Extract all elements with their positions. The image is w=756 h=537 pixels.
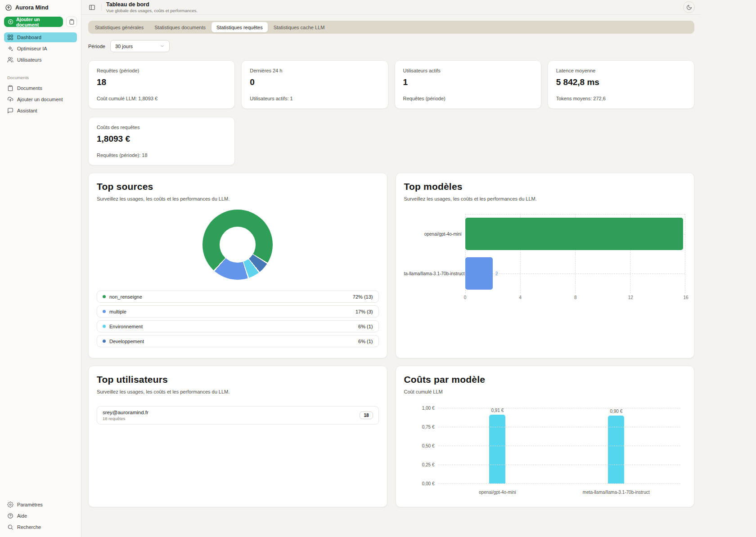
clipboard-button[interactable] bbox=[66, 17, 77, 27]
clipboard-icon bbox=[69, 19, 75, 25]
user-badge: 18 bbox=[360, 412, 373, 419]
hbar-row: ta-llama/llama-3.1-70b-instruct 2 bbox=[404, 254, 686, 293]
app-root: Aurora Mind Ajouter un document Dashboar… bbox=[0, 0, 756, 537]
legend-dot bbox=[103, 340, 106, 343]
sidebar-item-label: Dashboard bbox=[17, 35, 41, 40]
vbar-value-label: 0,91 € bbox=[491, 408, 504, 413]
hbar-category-label: openai/gpt-4o-mini bbox=[404, 232, 465, 237]
users-icon bbox=[7, 57, 14, 63]
stat-card-footer: Requêtes (période) bbox=[403, 96, 533, 101]
header: Tableau de bord Vue globale des usages, … bbox=[81, 0, 700, 15]
period-row: Période 30 jours bbox=[88, 40, 694, 52]
panel-title: Coûts par modèle bbox=[404, 374, 686, 385]
vbar-ylabels: 1,00 €0,75 €0,50 €0,25 €0,00 € bbox=[404, 408, 435, 483]
sidebar-item-dashboard[interactable]: Dashboard bbox=[4, 32, 77, 42]
sidebar-item-utilisateurs[interactable]: Utilisateurs bbox=[4, 55, 77, 65]
hbar-category-label: ta-llama/llama-3.1-70b-instruct bbox=[404, 271, 465, 276]
sidebar-item-aide[interactable]: Aide bbox=[4, 511, 77, 521]
panels-row-1: Top sources Surveillez les usages, les c… bbox=[88, 173, 694, 358]
message-square-icon bbox=[7, 107, 14, 114]
hbar-axis: 0481216 bbox=[465, 294, 686, 301]
sidebar-item-label: Optimiseur IA bbox=[17, 46, 47, 51]
stat-card-value: 1,8093 € bbox=[97, 134, 226, 144]
vbar-category-label: meta-llama/llama-3.1-70b-instruct bbox=[583, 490, 650, 495]
legend-label: Developpement bbox=[109, 339, 144, 344]
stat-card-footer: Utilisateurs actifs: 1 bbox=[250, 96, 379, 101]
panel-title: Top sources bbox=[97, 181, 379, 192]
period-value: 30 jours bbox=[115, 44, 133, 49]
search-icon bbox=[7, 524, 14, 530]
sidebar-item-documents[interactable]: Documents bbox=[4, 83, 77, 93]
legend-item-environnement[interactable]: Environnement 6% (1) bbox=[97, 320, 379, 332]
add-document-label: Ajouter un document bbox=[16, 17, 59, 27]
chevron-down-icon bbox=[160, 44, 165, 49]
vbar-axis-tick: 0,00 € bbox=[422, 481, 435, 486]
sidebar-item-optimiseur-ia[interactable]: Optimiseur IA bbox=[4, 44, 77, 54]
sidebar-item-label: Recherche bbox=[17, 524, 41, 530]
legend-value: 17% (3) bbox=[356, 309, 373, 314]
logo-icon bbox=[5, 4, 12, 11]
sidebar-item-parametres[interactable]: Paramètres bbox=[4, 500, 77, 510]
hbar-bar bbox=[465, 218, 684, 250]
legend-dot bbox=[103, 325, 106, 328]
stat-card-dernieres-24h: Dernières 24 h 0 Utilisateurs actifs: 1 bbox=[241, 60, 388, 109]
vbar-grid: 0,91 € 0,90 € bbox=[438, 408, 681, 483]
sidebar-item-label: Aide bbox=[17, 513, 27, 519]
main-area: Tableau de bord Vue globale des usages, … bbox=[81, 0, 700, 537]
tab-statistiques-requetes[interactable]: Statistiques requêtes bbox=[212, 22, 268, 32]
legend-item-multiple[interactable]: multiple 17% (3) bbox=[97, 305, 379, 318]
top-users-panel: Top utilisateurs Surveillez les usages, … bbox=[88, 366, 387, 507]
sidebar-item-recherche[interactable]: Recherche bbox=[4, 522, 77, 532]
sidebar-item-label: Documents bbox=[17, 85, 42, 91]
user-request-count: 18 requêtes bbox=[103, 416, 148, 421]
sparkles-icon bbox=[7, 45, 14, 52]
sidebar-item-assistant[interactable]: Assistant bbox=[4, 106, 77, 116]
stat-cards-row-2: Coûts des requêtes 1,8093 € Requêtes (pé… bbox=[88, 117, 694, 166]
hbar-bar bbox=[465, 257, 493, 290]
hbar-axis-tick: 4 bbox=[519, 295, 522, 300]
gear-icon bbox=[7, 501, 14, 508]
legend-label: multiple bbox=[109, 309, 126, 314]
donut-legend: non_renseigne 72% (13) multiple 17% (3) … bbox=[97, 291, 379, 347]
sidebar-section-documents: Documents bbox=[7, 75, 77, 80]
panel-subtitle: Surveillez les usages, les coûts et les … bbox=[97, 389, 379, 394]
vbar-category-labels: openai/gpt-4o-mini meta-llama/llama-3.1-… bbox=[438, 490, 681, 496]
stat-card-footer: Tokens moyens: 272,6 bbox=[556, 96, 686, 101]
legend-item-developpement[interactable]: Developpement 6% (1) bbox=[97, 335, 379, 347]
tab-statistiques-generales[interactable]: Statistiques générales bbox=[90, 22, 148, 32]
stat-card-latence: Latence moyenne 5 842,8 ms Tokens moyens… bbox=[548, 60, 694, 109]
add-document-button[interactable]: Ajouter un document bbox=[4, 17, 63, 27]
app-logo[interactable]: Aurora Mind bbox=[4, 3, 77, 17]
stat-card-couts-requetes: Coûts des requêtes 1,8093 € Requêtes (pé… bbox=[88, 117, 235, 166]
sidebar-item-label: Assistant bbox=[17, 108, 37, 113]
plus-circle-icon bbox=[8, 19, 14, 25]
hbar-axis-tick: 8 bbox=[574, 295, 577, 300]
sidebar-item-label: Utilisateurs bbox=[17, 57, 41, 63]
vbar-value-label: 0,90 € bbox=[610, 409, 622, 414]
donut-chart bbox=[202, 210, 273, 280]
sidebar-item-ajouter-document[interactable]: Ajouter un document bbox=[4, 94, 77, 104]
sidebar-item-label: Ajouter un document bbox=[17, 97, 63, 102]
tab-statistiques-cache-llm[interactable]: Statistiques cache LLM bbox=[269, 22, 330, 32]
hbar-axis-tick: 12 bbox=[628, 295, 633, 300]
hbar-value-label: 2 bbox=[495, 271, 498, 276]
stat-card-value: 18 bbox=[97, 77, 226, 87]
sidebar-toggle-button[interactable] bbox=[87, 2, 97, 12]
period-select[interactable]: 30 jours bbox=[110, 40, 170, 52]
stats-tabbar: Statistiques générales Statistiques docu… bbox=[88, 21, 694, 34]
panel-subtitle: Surveillez les usages, les coûts et les … bbox=[404, 196, 686, 201]
stat-card-label: Coûts des requêtes bbox=[97, 125, 226, 130]
legend-dot bbox=[103, 295, 106, 298]
top-models-chart: openai/gpt-4o-mini ta-llama/llama-3.1-70… bbox=[404, 214, 686, 301]
dark-mode-toggle[interactable] bbox=[683, 1, 695, 13]
costs-by-model-panel: Coûts par modèle Coût cumulé LLM 1,00 €0… bbox=[396, 366, 695, 507]
legend-dot bbox=[103, 310, 106, 313]
vbar bbox=[489, 415, 505, 483]
vbar-axis-tick: 0,75 € bbox=[422, 425, 435, 430]
tab-statistiques-documents[interactable]: Statistiques documents bbox=[149, 22, 211, 32]
header-divider bbox=[101, 4, 102, 11]
user-list-item: srey@auroramind.fr 18 requêtes 18 bbox=[97, 406, 379, 425]
legend-item-non-renseigne[interactable]: non_renseigne 72% (13) bbox=[97, 291, 379, 303]
legend-label: non_renseigne bbox=[109, 294, 142, 300]
hbar-axis-tick: 16 bbox=[683, 295, 688, 300]
